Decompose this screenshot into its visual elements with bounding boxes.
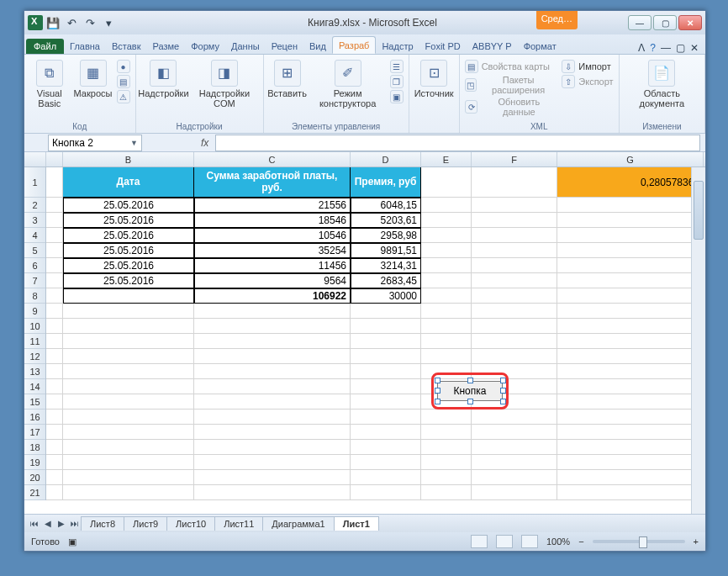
macros-button[interactable]: ▦Макросы — [75, 60, 112, 98]
relative-refs-button[interactable]: ▤ — [117, 75, 130, 88]
save-icon[interactable]: 💾 — [45, 14, 61, 31]
table-header[interactable]: Премия, руб — [351, 167, 421, 198]
tab-format[interactable]: Формат — [518, 38, 562, 54]
row-header[interactable]: 20 — [24, 470, 45, 485]
tab-addins[interactable]: Надстр — [376, 38, 419, 54]
sheet-tab[interactable]: Лист1 — [334, 516, 379, 531]
col-header[interactable]: D — [351, 152, 421, 166]
doc-restore-icon[interactable]: ▢ — [676, 42, 685, 54]
col-header[interactable]: E — [421, 152, 472, 166]
resize-handle[interactable] — [467, 399, 473, 404]
cell[interactable] — [46, 167, 63, 198]
col-header[interactable] — [46, 152, 63, 166]
macro-record-icon[interactable]: ▣ — [68, 536, 76, 547]
tab-developer[interactable]: Разраб — [332, 36, 377, 54]
table-header[interactable]: Сумма заработной платы, руб. — [194, 167, 351, 198]
tab-review[interactable]: Рецен — [266, 38, 303, 54]
sheet-tab[interactable]: Лист8 — [81, 516, 124, 531]
properties-button[interactable]: ☰ — [390, 60, 404, 73]
col-header[interactable]: G — [557, 152, 704, 166]
scrollbar-thumb[interactable] — [694, 181, 704, 240]
tab-insert[interactable]: Вставк — [106, 38, 147, 54]
tab-foxit[interactable]: Foxit PD — [419, 38, 467, 54]
row-header[interactable]: 10 — [24, 319, 45, 334]
next-sheet-icon[interactable]: ▶ — [55, 517, 68, 531]
resize-handle[interactable] — [467, 378, 473, 383]
row-header[interactable]: 1 — [24, 167, 45, 198]
row-header[interactable]: 3 — [24, 213, 45, 228]
row-header[interactable]: 12 — [24, 349, 45, 364]
row-header[interactable]: 19 — [24, 455, 45, 470]
table-header[interactable]: Дата — [63, 167, 194, 198]
cell[interactable]: 0,280578366 — [557, 167, 704, 198]
tab-view[interactable]: Вид — [303, 38, 332, 54]
addins-button[interactable]: ◧Надстройки — [141, 60, 187, 98]
help-icon[interactable]: ? — [650, 42, 656, 54]
tab-abbyy[interactable]: ABBYY P — [467, 38, 518, 54]
document-panel-button[interactable]: 📄Область документа — [625, 60, 699, 108]
resize-handle[interactable] — [500, 378, 506, 383]
close-button[interactable]: ✕ — [678, 15, 702, 30]
normal-view-button[interactable] — [471, 535, 488, 548]
macro-security-button[interactable]: ⚠ — [117, 90, 130, 103]
formula-bar[interactable] — [215, 135, 700, 151]
name-box[interactable]: Кнопка 2▼ — [48, 135, 142, 151]
tab-home[interactable]: Главна — [64, 38, 106, 54]
vertical-scrollbar[interactable] — [691, 167, 705, 514]
cell[interactable] — [472, 167, 557, 198]
resize-handle[interactable] — [435, 388, 440, 394]
design-mode-button[interactable]: ✐Режим конструктора — [311, 60, 385, 108]
zoom-out-icon[interactable]: − — [578, 536, 583, 547]
tab-data[interactable]: Данны — [225, 38, 266, 54]
last-sheet-icon[interactable]: ⏭ — [68, 517, 82, 531]
row-header[interactable]: 6 — [24, 258, 45, 273]
record-macro-button[interactable]: ● — [117, 60, 130, 73]
ribbon-minimize-icon[interactable]: ᐱ — [638, 42, 645, 54]
zoom-slider[interactable] — [593, 540, 685, 543]
prev-sheet-icon[interactable]: ◀ — [41, 517, 55, 531]
row-header[interactable]: 8 — [24, 288, 45, 304]
insert-control-button[interactable]: ⊞Вставить — [269, 60, 306, 98]
maximize-button[interactable]: ▢ — [653, 15, 677, 30]
view-code-button[interactable]: ❐ — [390, 75, 404, 88]
run-dialog-button[interactable]: ▣ — [390, 90, 404, 103]
tab-file[interactable]: Файл — [26, 39, 64, 54]
select-all-corner[interactable] — [24, 152, 46, 166]
doc-close-icon[interactable]: ✕ — [690, 42, 699, 54]
resize-handle[interactable] — [435, 399, 440, 404]
redo-icon[interactable]: ↷ — [82, 14, 98, 31]
row-header[interactable]: 17 — [24, 425, 45, 440]
page-layout-view-button[interactable] — [496, 535, 513, 548]
row-header[interactable]: 21 — [24, 485, 45, 500]
col-header[interactable]: F — [472, 152, 557, 166]
minimize-button[interactable]: — — [628, 15, 652, 30]
resize-handle[interactable] — [435, 378, 440, 383]
row-header[interactable]: 5 — [24, 243, 45, 258]
fx-icon[interactable]: fx — [201, 137, 208, 149]
sheet-tab[interactable]: Лист11 — [214, 516, 263, 531]
sheet-tab[interactable]: Диаграмма1 — [262, 516, 334, 531]
first-sheet-icon[interactable]: ⏮ — [28, 517, 41, 531]
row-header[interactable]: 11 — [24, 334, 45, 349]
qat-dropdown-icon[interactable]: ▾ — [100, 14, 117, 31]
sheet-tab[interactable]: Лист10 — [166, 516, 215, 531]
col-header[interactable]: B — [63, 152, 194, 166]
visual-basic-button[interactable]: ⧉Visual Basic — [29, 60, 70, 108]
com-addins-button[interactable]: ◨Надстройки COM — [191, 60, 257, 108]
row-header[interactable]: 13 — [24, 364, 45, 379]
row-header[interactable]: 16 — [24, 410, 45, 425]
resize-handle[interactable] — [500, 388, 506, 394]
namebox-dropdown-icon[interactable]: ▼ — [130, 139, 138, 147]
page-break-view-button[interactable] — [521, 535, 538, 548]
row-header[interactable]: 15 — [24, 394, 45, 410]
row-header[interactable]: 18 — [24, 440, 45, 455]
tab-formulas[interactable]: Форму — [185, 38, 225, 54]
xml-source-button[interactable]: ⊡Источник — [414, 60, 454, 98]
row-header[interactable]: 14 — [24, 379, 45, 394]
tab-layout[interactable]: Разме — [147, 38, 186, 54]
undo-icon[interactable]: ↶ — [63, 14, 80, 31]
row-header[interactable]: 2 — [24, 198, 45, 213]
cell[interactable] — [421, 167, 472, 198]
row-header[interactable]: 4 — [24, 228, 45, 243]
col-header[interactable]: C — [194, 152, 351, 166]
